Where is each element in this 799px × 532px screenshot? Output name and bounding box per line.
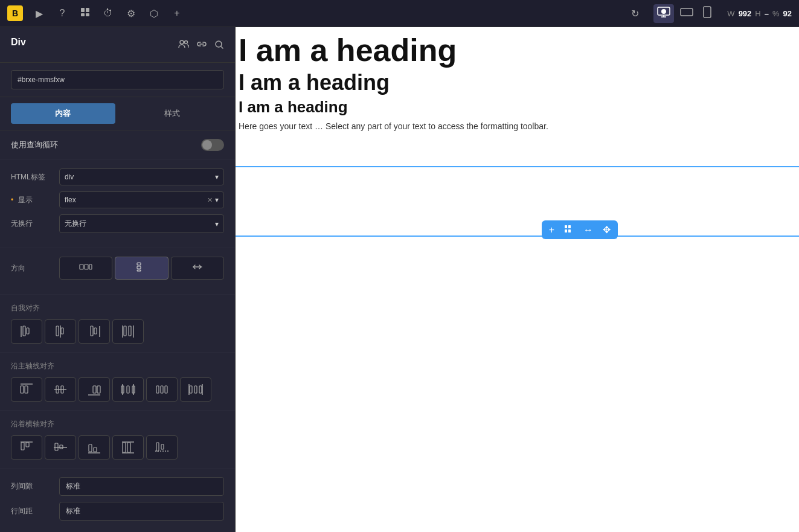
search-panel-icon[interactable]	[214, 40, 224, 52]
query-loop-toggle[interactable]	[201, 139, 224, 151]
pages-icon[interactable]	[79, 7, 92, 20]
tab-content[interactable]: 内容	[11, 103, 115, 124]
body-text[interactable]: Here goes your text … Select any part of…	[239, 120, 799, 133]
svg-rect-3	[86, 13, 89, 16]
heading-3[interactable]: I am a heading	[239, 98, 799, 117]
direction-buttons	[59, 257, 224, 280]
svg-rect-16	[23, 326, 25, 336]
tab-style[interactable]: 样式	[120, 103, 225, 124]
col-gap-value[interactable]: 标准	[59, 477, 224, 496]
svg-rect-1	[86, 8, 89, 12]
svg-rect-65	[161, 444, 164, 449]
svg-rect-58	[94, 447, 97, 452]
nowrap-select[interactable]: 无换行 ▾	[59, 214, 224, 233]
display-clear-btn[interactable]: ✕	[207, 196, 213, 204]
bottom-divider	[236, 236, 799, 237]
svg-rect-0	[81, 8, 85, 12]
cross-axis-section: 沿着横轴对齐	[0, 411, 235, 469]
display-label: • 显示	[11, 195, 59, 205]
resize-h-btn[interactable]: ↔	[581, 223, 595, 237]
align-start-btn[interactable]	[11, 435, 42, 460]
self-align-end-btn[interactable]	[79, 319, 110, 344]
self-align-stretch-btn[interactable]	[112, 319, 144, 344]
justify-between-btn[interactable]	[112, 377, 144, 402]
refresh-icon[interactable]: ↻	[628, 8, 641, 19]
heading-1[interactable]: I am a heading	[239, 33, 799, 68]
row-gap-label: 行间距	[11, 506, 59, 516]
canvas-area[interactable]: I am a heading I am a heading I am a hea…	[236, 27, 799, 532]
svg-rect-22	[91, 326, 93, 336]
justify-start-btn[interactable]	[11, 377, 42, 402]
dir-col-btn[interactable]	[115, 257, 168, 280]
svg-rect-10	[80, 264, 83, 269]
align-end-btn[interactable]	[79, 435, 110, 460]
topbar: B ▶ ? ⏱ ⚙ ⬡ + ↻ W 992 H –	[0, 0, 799, 27]
svg-rect-52	[26, 443, 29, 447]
play-icon[interactable]: ▶	[33, 8, 46, 19]
svg-point-7	[180, 40, 184, 44]
svg-rect-26	[129, 326, 131, 336]
add-icon[interactable]: +	[170, 8, 184, 19]
canvas-content: I am a heading I am a heading I am a hea…	[236, 27, 799, 133]
svg-rect-64	[156, 443, 159, 451]
w-label: W	[727, 9, 734, 18]
users-icon[interactable]	[178, 40, 189, 52]
grid-btn[interactable]	[562, 223, 576, 237]
svg-rect-39	[127, 386, 129, 393]
main-axis-section: 沿主轴线对齐	[0, 353, 235, 411]
svg-rect-45	[165, 386, 167, 393]
row-gap-value[interactable]: 标准	[59, 502, 224, 521]
justify-center-btn[interactable]	[45, 377, 76, 402]
dir-row-btn[interactable]	[59, 257, 112, 280]
toggle-knob	[202, 140, 212, 150]
svg-rect-48	[199, 386, 202, 393]
h-value: –	[765, 9, 769, 18]
svg-rect-30	[25, 386, 28, 393]
topbar-center: ↻ W 992 H – % 92	[628, 4, 792, 24]
nowrap-chevron: ▾	[215, 220, 219, 228]
display-select[interactable]: flex ✕ ▾	[59, 191, 224, 208]
justify-end-btn[interactable]	[79, 377, 110, 402]
html-tag-value: div	[65, 173, 74, 181]
query-loop-label: 使用查询循环	[11, 139, 58, 150]
align-baseline-btn[interactable]	[146, 435, 178, 460]
svg-rect-12	[89, 264, 92, 269]
svg-point-8	[185, 41, 188, 44]
display-value: flex	[65, 196, 76, 204]
history-icon[interactable]: ⏱	[101, 8, 115, 19]
self-align-buttons	[11, 319, 224, 344]
html-tag-select[interactable]: div ▾	[59, 168, 224, 185]
link-icon[interactable]	[196, 40, 207, 52]
svg-rect-67	[565, 225, 567, 228]
align-center-btn[interactable]	[45, 435, 76, 460]
self-align-title: 自我对齐	[11, 303, 224, 313]
justify-evenly-btn[interactable]	[180, 377, 211, 402]
heading-2[interactable]: I am a heading	[239, 70, 799, 95]
self-align-center-btn[interactable]	[45, 319, 76, 344]
tablet-landscape-btn[interactable]	[676, 4, 697, 23]
svg-rect-46	[190, 386, 192, 393]
dir-reverse-btn[interactable]	[171, 257, 224, 280]
components-icon[interactable]: ⬡	[147, 8, 161, 19]
svg-rect-57	[89, 444, 92, 452]
svg-rect-69	[565, 229, 567, 232]
svg-rect-61	[127, 443, 130, 452]
svg-rect-17	[27, 328, 29, 334]
svg-rect-51	[21, 443, 24, 450]
justify-around-btn[interactable]	[146, 377, 178, 402]
settings-icon[interactable]: ⚙	[124, 8, 138, 19]
svg-rect-43	[156, 386, 159, 393]
self-align-start-btn[interactable]	[11, 319, 42, 344]
element-id-input[interactable]	[11, 70, 224, 89]
logo[interactable]: B	[7, 5, 23, 21]
align-stretch-btn[interactable]	[112, 435, 144, 460]
add-element-btn[interactable]: +	[547, 223, 557, 237]
svg-rect-15	[137, 270, 141, 271]
svg-rect-2	[81, 13, 85, 16]
tablet-portrait-btn[interactable]	[699, 4, 715, 24]
help-icon[interactable]: ?	[56, 8, 69, 19]
html-tag-label: HTML标签	[11, 172, 59, 182]
move-btn[interactable]: ✥	[600, 223, 613, 237]
main-layout: Div 内容 样式	[0, 27, 799, 532]
direction-section: 方向	[0, 248, 235, 295]
